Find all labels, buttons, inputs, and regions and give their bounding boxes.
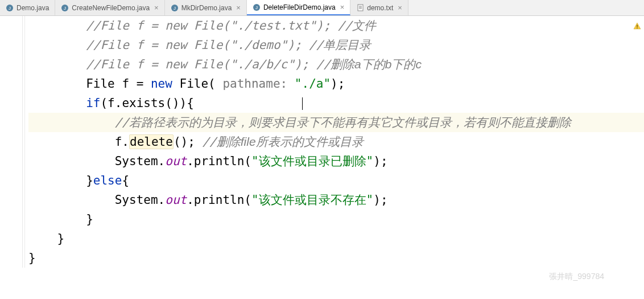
close-icon[interactable]: × (340, 3, 345, 11)
code-line: //File f = new File("./test.txt"); //文件 (28, 16, 644, 35)
svg-text:J: J (255, 5, 258, 10)
string-literal: "该文件或目录已删除" (251, 154, 373, 168)
code-text: (); (174, 135, 203, 149)
watermark: 張井晴_999784 (549, 272, 604, 282)
svg-text:J: J (64, 6, 66, 11)
code-line: } (28, 248, 644, 268)
code-editor[interactable]: //File f = new File("./test.txt"); //文件 … (0, 16, 644, 268)
code-text: System. (115, 193, 166, 207)
text-caret (302, 97, 303, 110)
code-text: ); (331, 77, 345, 91)
svg-rect-12 (637, 25, 637, 27)
code-line: //若路径表示的为目录，则要求目录下不能再有其它文件或目录，若有则不能直接删除 (28, 113, 644, 132)
text-file-icon (356, 4, 364, 12)
keyword: new (151, 77, 172, 91)
code-line: File f = new File( pathname: "./a"); (28, 74, 644, 93)
java-file-icon: J (6, 4, 14, 12)
parameter-hint: pathname: (222, 77, 287, 91)
tab-demo[interactable]: J Demo.java (0, 0, 55, 15)
comment-text: // (202, 135, 216, 149)
svg-text:J: J (9, 6, 11, 11)
code-text: ); (373, 154, 387, 168)
code-text: f = (115, 77, 151, 91)
code-text: .println( (187, 193, 251, 207)
code-line: System.out.println("该文件或目录不存在"); (28, 190, 644, 210)
brace: } (57, 232, 65, 245)
java-file-icon: J (253, 3, 261, 11)
tab-label: DeleteFileDirDemo.java (263, 3, 336, 11)
comment-text: 若路径表示的为目录，则要求目录下不能再有其它文件或目录，若有则不能直接删除 (129, 116, 571, 129)
string-literal: "该文件或目录不存在" (251, 193, 373, 207)
warning-icon[interactable] (633, 22, 641, 30)
code-text: (f.exists()){ (100, 96, 193, 110)
code-text: File( (172, 77, 223, 91)
type-name: File (86, 77, 115, 91)
comment-text: //File f = new File("./a/b/c"); // (86, 58, 331, 71)
comment-text: //File f = new File("./demo"); // (86, 38, 323, 52)
fold-guide (24, 16, 25, 268)
code-line: //File f = new File("./demo"); //单层目录 (28, 35, 644, 55)
code-text: .println( (187, 154, 251, 168)
code-line: }else{ (28, 171, 644, 190)
tab-label: Demo.java (16, 4, 49, 12)
svg-text:J: J (174, 6, 176, 11)
comment-text: 所表示的文件或目录 (256, 135, 364, 148)
code-line: //File f = new File("./a/b/c"); //删除a下的b… (28, 55, 644, 74)
editor-tabs: J Demo.java J CreateNewFileDemo.java × J… (0, 0, 644, 16)
tab-createnewfile[interactable]: J CreateNewFileDemo.java × (55, 0, 164, 15)
code-text: System. (115, 154, 166, 168)
java-file-icon: J (171, 4, 179, 12)
code-line: System.out.println("该文件或目录已删除"); (28, 151, 644, 171)
brace: } (28, 251, 36, 265)
svg-rect-13 (637, 28, 637, 28)
comment-text: //File f = new File("./test.txt"); // (86, 19, 352, 32)
code-line: f.delete(); //删除file所表示的文件或目录 (28, 132, 644, 151)
keyword: if (86, 96, 100, 110)
brace: } (86, 174, 93, 187)
tab-label: MkDirDemo.java (181, 4, 232, 12)
method-call: delete (129, 134, 174, 149)
code-line: if(f.exists()){ (28, 93, 644, 113)
close-icon[interactable]: × (398, 3, 402, 12)
brace: } (86, 212, 93, 226)
brace: { (122, 174, 129, 187)
close-icon[interactable]: × (236, 3, 241, 12)
field-ref: out (165, 193, 187, 207)
comment-text: // (115, 116, 129, 129)
field-ref: out (165, 154, 187, 168)
code-line: } (28, 210, 644, 229)
string-literal: "./a" (295, 77, 331, 91)
close-icon[interactable]: × (154, 3, 159, 12)
tab-mkdir[interactable]: J MkDirDemo.java × (165, 0, 247, 15)
tab-label: CreateNewFileDemo.java (72, 4, 150, 12)
tab-demotxt[interactable]: demo.txt × (350, 0, 408, 15)
java-file-icon: J (61, 4, 69, 12)
tab-deletefiledir[interactable]: J DeleteFileDirDemo.java × (247, 0, 350, 15)
keyword: else (93, 174, 122, 187)
code-text: f. (115, 135, 129, 149)
comment-text: 单层目录 (323, 38, 371, 51)
tab-label: demo.txt (367, 4, 393, 12)
comment-text: 文件 (352, 19, 376, 32)
code-line: } (28, 229, 644, 248)
code-text: ); (373, 193, 387, 207)
comment-text: 删除a下的b下的c (331, 58, 422, 71)
editor-gutter (0, 16, 23, 268)
comment-text: 删除file (217, 135, 256, 148)
